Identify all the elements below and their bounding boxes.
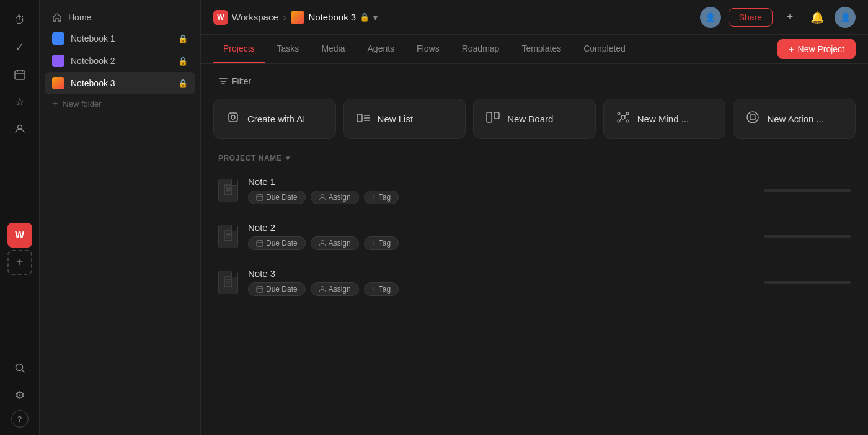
board-icon [486, 112, 500, 126]
new-mind-card[interactable]: New Mind ... [603, 99, 726, 139]
user-avatar-left: 👤 [700, 7, 721, 28]
tag-pill-note2[interactable]: + Tag [364, 236, 399, 250]
new-project-label: New Project [798, 44, 844, 54]
filter-button[interactable]: Filter [213, 74, 256, 89]
new-folder-label: New folder [63, 99, 101, 109]
project-section: PROJECT NAME ▾ [213, 154, 856, 305]
assign-label3: Assign [329, 285, 351, 294]
svg-point-18 [618, 120, 620, 122]
tag-pill-note1[interactable]: + Tag [364, 191, 399, 204]
help-icon[interactable]: ? [11, 410, 29, 428]
assign-tag-note1[interactable]: Assign [311, 191, 359, 204]
due-date-label: Due Date [266, 193, 298, 202]
sidebar-item-notebook2[interactable]: Notebook 2 🔒 [45, 50, 195, 72]
history-icon[interactable]: ⏱ [7, 7, 32, 32]
tab-tasks[interactable]: Tasks [267, 35, 309, 63]
breadcrumb-chevron: › [283, 12, 286, 22]
svg-rect-0 [15, 71, 25, 79]
project-progress-note1 [764, 189, 851, 192]
person-icon2 [319, 240, 326, 247]
note1-name: Note 1 [248, 176, 754, 187]
ai-icon [226, 110, 240, 127]
notebook2-icon [52, 55, 64, 67]
svg-point-15 [621, 115, 625, 119]
tab-projects[interactable]: Projects [213, 35, 265, 63]
sidebar: Home Notebook 1 🔒 Notebook 2 🔒 Notebook … [40, 0, 201, 435]
home-icon [52, 12, 62, 22]
svg-point-19 [626, 120, 629, 122]
lock-icon-nb2: 🔒 [178, 56, 188, 66]
calendar-small-icon2 [256, 240, 264, 247]
action-icon [746, 110, 760, 127]
new-list-card[interactable]: New List [343, 99, 466, 139]
tab-flows[interactable]: Flows [407, 35, 450, 63]
breadcrumb-notebook[interactable]: Notebook 3 🔒 ▾ [291, 11, 378, 24]
project-row[interactable]: Note 3 Due Date [213, 259, 856, 305]
assign-label2: Assign [329, 239, 351, 248]
sidebar-item-home[interactable]: Home [45, 7, 195, 27]
due-date-tag-note3[interactable]: Due Date [248, 282, 306, 296]
plus-icon: + [52, 98, 58, 109]
star-icon[interactable]: ☆ [7, 89, 32, 114]
project-header: PROJECT NAME ▾ [213, 154, 856, 163]
due-date-tag-note1[interactable]: Due Date [248, 191, 306, 204]
notifications-icon[interactable]: 🔔 [807, 7, 827, 27]
svg-point-8 [231, 115, 235, 119]
workspace-label: Workspace [232, 12, 278, 22]
new-action-card[interactable]: New Action ... [733, 99, 856, 139]
people-icon[interactable] [7, 117, 32, 141]
lock-icon-nb3: 🔒 [178, 79, 188, 88]
check-icon[interactable]: ✓ [7, 35, 32, 60]
breadcrumb: W Workspace › Notebook 3 🔒 ▾ [213, 10, 700, 25]
new-folder-button[interactable]: + New folder [45, 94, 195, 113]
assign-tag-note3[interactable]: Assign [311, 282, 359, 296]
svg-line-23 [625, 119, 626, 120]
note3-info: Note 3 Due Date [248, 268, 754, 296]
user-avatar-right: 👤 [835, 7, 856, 28]
header: W Workspace › Notebook 3 🔒 ▾ 👤 Share + 🔔… [201, 0, 868, 35]
new-list-label: New List [378, 114, 414, 124]
plus-symbol: + [789, 44, 794, 54]
tab-agents[interactable]: Agents [358, 35, 405, 63]
settings-icon[interactable]: ⚙ [7, 383, 32, 408]
share-button[interactable]: Share [728, 8, 773, 27]
svg-line-21 [625, 115, 626, 116]
tab-templates[interactable]: Templates [512, 35, 571, 63]
notebook3-icon [52, 77, 64, 89]
notebook-dropdown-icon[interactable]: ▾ [373, 12, 378, 22]
home-label: Home [68, 12, 91, 22]
svg-rect-7 [229, 113, 237, 122]
add-icon-button[interactable]: + [780, 7, 800, 27]
sort-icon[interactable]: ▾ [286, 154, 290, 163]
svg-point-24 [747, 112, 758, 123]
tab-roadmap[interactable]: Roadmap [452, 35, 510, 63]
new-board-card[interactable]: New Board [473, 99, 596, 139]
due-date-tag-note2[interactable]: Due Date [248, 236, 306, 250]
tab-media[interactable]: Media [311, 35, 355, 63]
project-row[interactable]: Note 1 Due Date [213, 168, 856, 213]
add-workspace-button[interactable]: + [7, 250, 32, 275]
doc-icon-note1 [218, 179, 238, 202]
assign-label: Assign [329, 193, 351, 202]
new-project-button[interactable]: + New Project [777, 39, 856, 59]
tag-label2: Tag [379, 239, 391, 248]
breadcrumb-workspace[interactable]: W Workspace [213, 10, 278, 25]
person-icon [319, 194, 326, 201]
svg-rect-13 [487, 112, 492, 122]
sidebar-item-notebook1[interactable]: Notebook 1 🔒 [45, 27, 195, 50]
project-row[interactable]: Note 2 Due Date [213, 213, 856, 259]
workspace-avatar[interactable]: W [7, 223, 32, 248]
workspace-badge: W [213, 10, 228, 25]
tag-pill-note3[interactable]: + Tag [364, 282, 399, 296]
tab-completed[interactable]: Completed [574, 35, 636, 63]
calendar-icon[interactable] [7, 62, 32, 87]
search-icon[interactable] [7, 356, 32, 380]
notebook3-badge [291, 11, 304, 24]
create-with-ai-card[interactable]: Create with AI [213, 99, 336, 139]
doc-icon-note2 [218, 225, 238, 248]
svg-line-20 [620, 115, 621, 116]
assign-tag-note2[interactable]: Assign [311, 236, 359, 250]
new-mind-label: New Mind ... [637, 114, 689, 124]
sidebar-item-notebook3[interactable]: Notebook 3 🔒 [45, 72, 195, 94]
header-right: 👤 Share + 🔔 👤 [700, 7, 856, 28]
